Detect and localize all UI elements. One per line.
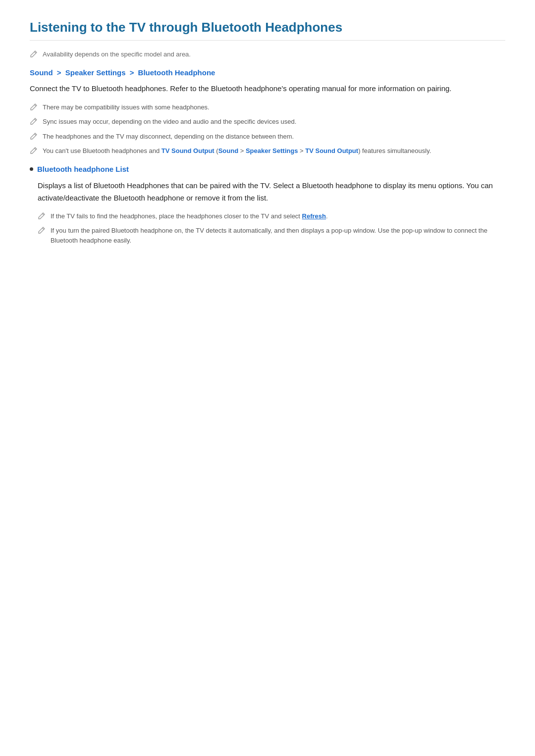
breadcrumb-sep-1: > [57,68,63,77]
bullet-section-body: Displays a list of Bluetooth Headphones … [38,179,505,204]
availability-note-row: Availability depends on the specific mod… [30,50,505,59]
pencil-icon-2 [30,117,38,125]
pencil-icon-3 [30,132,38,140]
sound-link[interactable]: Sound [218,147,238,154]
refresh-link[interactable]: Refresh [302,212,326,220]
note-text-2: Sync issues may occur, depending on the … [43,117,296,127]
breadcrumb-bluetooth-headphone[interactable]: Bluetooth Headphone [138,68,215,77]
pencil-icon [30,50,38,58]
note-text-4: You can't use Bluetooth headphones and T… [43,146,431,156]
pencil-icon-6 [38,226,46,234]
note-text-1: There may be compatibility issues with s… [43,102,210,112]
sub-notes: If the TV fails to find the headphones, … [38,211,505,246]
tv-sound-output-link-1[interactable]: TV Sound Output [161,147,214,154]
availability-note-text: Availability depends on the specific mod… [43,50,191,59]
sub-note-text-1: If the TV fails to find the headphones, … [51,211,328,221]
note-row-3: The headphones and the TV may disconnect… [30,132,505,142]
page-title: Listening to the TV through Bluetooth He… [30,20,505,41]
breadcrumb-sound[interactable]: Sound [30,68,53,77]
sub-note-row-1: If the TV fails to find the headphones, … [38,211,505,221]
bullet-section: Bluetooth headphone List Displays a list… [30,165,505,246]
pencil-icon-4 [30,147,38,154]
sub-note-text-2: If you turn the paired Bluetooth headpho… [51,226,505,245]
note-row-2: Sync issues may occur, depending on the … [30,117,505,127]
tv-sound-output-link-2[interactable]: TV Sound Output [305,147,358,154]
breadcrumb-speaker-settings[interactable]: Speaker Settings [65,68,126,77]
pencil-icon-5 [38,212,46,220]
bullet-dot [30,167,33,171]
speaker-settings-link[interactable]: Speaker Settings [246,147,298,154]
intro-text: Connect the TV to Bluetooth headphones. … [30,83,505,95]
note-row-4: You can't use Bluetooth headphones and T… [30,146,505,156]
notes-list: There may be compatibility issues with s… [30,102,505,156]
bullet-heading: Bluetooth headphone List [30,165,505,173]
bluetooth-headphone-list-heading: Bluetooth headphone List [37,165,129,173]
breadcrumb: Sound > Speaker Settings > Bluetooth Hea… [30,68,505,77]
note-text-3: The headphones and the TV may disconnect… [43,132,294,142]
note-row-1: There may be compatibility issues with s… [30,102,505,112]
sub-note-row-2: If you turn the paired Bluetooth headpho… [38,226,505,245]
pencil-icon-1 [30,103,38,111]
breadcrumb-sep-2: > [130,68,136,77]
